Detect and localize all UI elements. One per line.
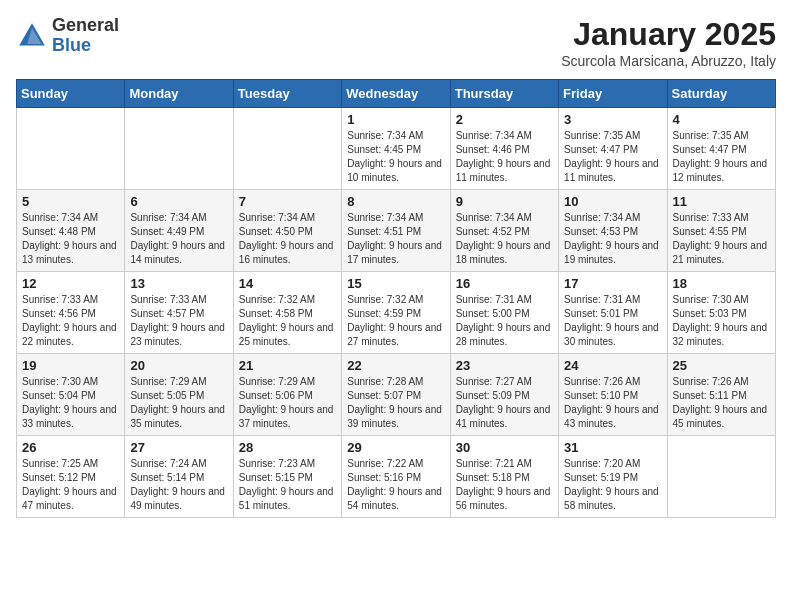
calendar-week-row: 26Sunrise: 7:25 AMSunset: 5:12 PMDayligh… xyxy=(17,436,776,518)
cell-info: Sunrise: 7:20 AMSunset: 5:19 PMDaylight:… xyxy=(564,457,661,513)
day-number: 9 xyxy=(456,194,553,209)
day-number: 2 xyxy=(456,112,553,127)
day-number: 12 xyxy=(22,276,119,291)
cell-info: Sunrise: 7:34 AMSunset: 4:49 PMDaylight:… xyxy=(130,211,227,267)
day-number: 22 xyxy=(347,358,444,373)
cell-info: Sunrise: 7:30 AMSunset: 5:04 PMDaylight:… xyxy=(22,375,119,431)
day-number: 23 xyxy=(456,358,553,373)
cell-info: Sunrise: 7:34 AMSunset: 4:52 PMDaylight:… xyxy=(456,211,553,267)
calendar-cell xyxy=(17,108,125,190)
calendar-cell: 6Sunrise: 7:34 AMSunset: 4:49 PMDaylight… xyxy=(125,190,233,272)
calendar-cell: 2Sunrise: 7:34 AMSunset: 4:46 PMDaylight… xyxy=(450,108,558,190)
day-number: 24 xyxy=(564,358,661,373)
calendar-cell: 18Sunrise: 7:30 AMSunset: 5:03 PMDayligh… xyxy=(667,272,775,354)
logo-text: General Blue xyxy=(52,16,119,56)
cell-info: Sunrise: 7:31 AMSunset: 5:01 PMDaylight:… xyxy=(564,293,661,349)
calendar-cell: 19Sunrise: 7:30 AMSunset: 5:04 PMDayligh… xyxy=(17,354,125,436)
calendar-cell: 20Sunrise: 7:29 AMSunset: 5:05 PMDayligh… xyxy=(125,354,233,436)
day-number: 8 xyxy=(347,194,444,209)
cell-info: Sunrise: 7:34 AMSunset: 4:50 PMDaylight:… xyxy=(239,211,336,267)
day-number: 3 xyxy=(564,112,661,127)
cell-info: Sunrise: 7:30 AMSunset: 5:03 PMDaylight:… xyxy=(673,293,770,349)
calendar-cell: 17Sunrise: 7:31 AMSunset: 5:01 PMDayligh… xyxy=(559,272,667,354)
day-number: 28 xyxy=(239,440,336,455)
calendar-cell: 29Sunrise: 7:22 AMSunset: 5:16 PMDayligh… xyxy=(342,436,450,518)
day-number: 13 xyxy=(130,276,227,291)
cell-info: Sunrise: 7:34 AMSunset: 4:51 PMDaylight:… xyxy=(347,211,444,267)
day-number: 10 xyxy=(564,194,661,209)
calendar-cell: 26Sunrise: 7:25 AMSunset: 5:12 PMDayligh… xyxy=(17,436,125,518)
cell-info: Sunrise: 7:34 AMSunset: 4:45 PMDaylight:… xyxy=(347,129,444,185)
cell-info: Sunrise: 7:31 AMSunset: 5:00 PMDaylight:… xyxy=(456,293,553,349)
weekday-header-saturday: Saturday xyxy=(667,80,775,108)
cell-info: Sunrise: 7:33 AMSunset: 4:55 PMDaylight:… xyxy=(673,211,770,267)
calendar-week-row: 19Sunrise: 7:30 AMSunset: 5:04 PMDayligh… xyxy=(17,354,776,436)
day-number: 21 xyxy=(239,358,336,373)
calendar-week-row: 5Sunrise: 7:34 AMSunset: 4:48 PMDaylight… xyxy=(17,190,776,272)
cell-info: Sunrise: 7:23 AMSunset: 5:15 PMDaylight:… xyxy=(239,457,336,513)
calendar-cell: 21Sunrise: 7:29 AMSunset: 5:06 PMDayligh… xyxy=(233,354,341,436)
day-number: 31 xyxy=(564,440,661,455)
weekday-header-sunday: Sunday xyxy=(17,80,125,108)
cell-info: Sunrise: 7:26 AMSunset: 5:11 PMDaylight:… xyxy=(673,375,770,431)
day-number: 7 xyxy=(239,194,336,209)
weekday-header-friday: Friday xyxy=(559,80,667,108)
cell-info: Sunrise: 7:29 AMSunset: 5:06 PMDaylight:… xyxy=(239,375,336,431)
calendar-cell xyxy=(233,108,341,190)
cell-info: Sunrise: 7:34 AMSunset: 4:46 PMDaylight:… xyxy=(456,129,553,185)
cell-info: Sunrise: 7:26 AMSunset: 5:10 PMDaylight:… xyxy=(564,375,661,431)
cell-info: Sunrise: 7:22 AMSunset: 5:16 PMDaylight:… xyxy=(347,457,444,513)
calendar-cell: 4Sunrise: 7:35 AMSunset: 4:47 PMDaylight… xyxy=(667,108,775,190)
weekday-header-tuesday: Tuesday xyxy=(233,80,341,108)
calendar-cell: 22Sunrise: 7:28 AMSunset: 5:07 PMDayligh… xyxy=(342,354,450,436)
cell-info: Sunrise: 7:34 AMSunset: 4:53 PMDaylight:… xyxy=(564,211,661,267)
title-block: January 2025 Scurcola Marsicana, Abruzzo… xyxy=(561,16,776,69)
calendar-cell: 7Sunrise: 7:34 AMSunset: 4:50 PMDaylight… xyxy=(233,190,341,272)
calendar-cell: 10Sunrise: 7:34 AMSunset: 4:53 PMDayligh… xyxy=(559,190,667,272)
calendar-cell: 14Sunrise: 7:32 AMSunset: 4:58 PMDayligh… xyxy=(233,272,341,354)
calendar-cell: 1Sunrise: 7:34 AMSunset: 4:45 PMDaylight… xyxy=(342,108,450,190)
calendar-cell: 24Sunrise: 7:26 AMSunset: 5:10 PMDayligh… xyxy=(559,354,667,436)
calendar-cell: 31Sunrise: 7:20 AMSunset: 5:19 PMDayligh… xyxy=(559,436,667,518)
calendar-cell: 5Sunrise: 7:34 AMSunset: 4:48 PMDaylight… xyxy=(17,190,125,272)
day-number: 11 xyxy=(673,194,770,209)
calendar-cell xyxy=(125,108,233,190)
calendar-cell: 12Sunrise: 7:33 AMSunset: 4:56 PMDayligh… xyxy=(17,272,125,354)
cell-info: Sunrise: 7:21 AMSunset: 5:18 PMDaylight:… xyxy=(456,457,553,513)
day-number: 26 xyxy=(22,440,119,455)
cell-info: Sunrise: 7:35 AMSunset: 4:47 PMDaylight:… xyxy=(673,129,770,185)
day-number: 14 xyxy=(239,276,336,291)
calendar-week-row: 1Sunrise: 7:34 AMSunset: 4:45 PMDaylight… xyxy=(17,108,776,190)
month-title: January 2025 xyxy=(561,16,776,53)
day-number: 16 xyxy=(456,276,553,291)
calendar-cell: 28Sunrise: 7:23 AMSunset: 5:15 PMDayligh… xyxy=(233,436,341,518)
calendar-cell: 8Sunrise: 7:34 AMSunset: 4:51 PMDaylight… xyxy=(342,190,450,272)
weekday-header-monday: Monday xyxy=(125,80,233,108)
calendar-cell: 23Sunrise: 7:27 AMSunset: 5:09 PMDayligh… xyxy=(450,354,558,436)
cell-info: Sunrise: 7:27 AMSunset: 5:09 PMDaylight:… xyxy=(456,375,553,431)
cell-info: Sunrise: 7:25 AMSunset: 5:12 PMDaylight:… xyxy=(22,457,119,513)
day-number: 6 xyxy=(130,194,227,209)
cell-info: Sunrise: 7:28 AMSunset: 5:07 PMDaylight:… xyxy=(347,375,444,431)
cell-info: Sunrise: 7:29 AMSunset: 5:05 PMDaylight:… xyxy=(130,375,227,431)
day-number: 19 xyxy=(22,358,119,373)
calendar-cell: 13Sunrise: 7:33 AMSunset: 4:57 PMDayligh… xyxy=(125,272,233,354)
day-number: 15 xyxy=(347,276,444,291)
day-number: 25 xyxy=(673,358,770,373)
cell-info: Sunrise: 7:32 AMSunset: 4:58 PMDaylight:… xyxy=(239,293,336,349)
cell-info: Sunrise: 7:33 AMSunset: 4:57 PMDaylight:… xyxy=(130,293,227,349)
day-number: 27 xyxy=(130,440,227,455)
day-number: 5 xyxy=(22,194,119,209)
calendar-cell: 9Sunrise: 7:34 AMSunset: 4:52 PMDaylight… xyxy=(450,190,558,272)
calendar-cell: 25Sunrise: 7:26 AMSunset: 5:11 PMDayligh… xyxy=(667,354,775,436)
calendar-header-row: SundayMondayTuesdayWednesdayThursdayFrid… xyxy=(17,80,776,108)
cell-info: Sunrise: 7:24 AMSunset: 5:14 PMDaylight:… xyxy=(130,457,227,513)
cell-info: Sunrise: 7:32 AMSunset: 4:59 PMDaylight:… xyxy=(347,293,444,349)
calendar-week-row: 12Sunrise: 7:33 AMSunset: 4:56 PMDayligh… xyxy=(17,272,776,354)
weekday-header-wednesday: Wednesday xyxy=(342,80,450,108)
cell-info: Sunrise: 7:33 AMSunset: 4:56 PMDaylight:… xyxy=(22,293,119,349)
location-subtitle: Scurcola Marsicana, Abruzzo, Italy xyxy=(561,53,776,69)
day-number: 17 xyxy=(564,276,661,291)
day-number: 1 xyxy=(347,112,444,127)
calendar-cell: 15Sunrise: 7:32 AMSunset: 4:59 PMDayligh… xyxy=(342,272,450,354)
